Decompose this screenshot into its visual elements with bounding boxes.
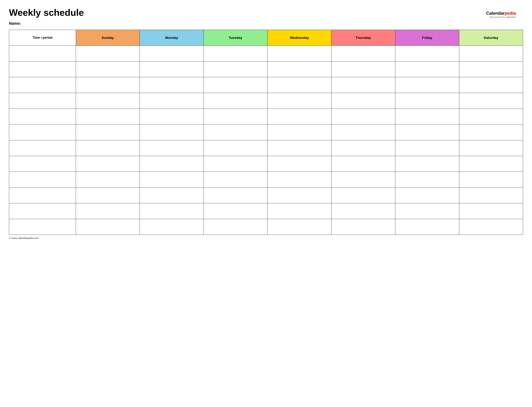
day-cell[interactable]: [395, 77, 459, 93]
day-cell[interactable]: [140, 77, 203, 93]
day-cell[interactable]: [203, 219, 267, 235]
time-cell[interactable]: [9, 125, 76, 140]
time-cell[interactable]: [9, 93, 76, 109]
day-cell[interactable]: [459, 219, 523, 235]
day-cell[interactable]: [331, 188, 395, 203]
day-cell[interactable]: [267, 46, 331, 62]
day-cell[interactable]: [331, 93, 395, 109]
day-cell[interactable]: [203, 172, 267, 188]
day-cell[interactable]: [267, 93, 331, 109]
day-cell[interactable]: [140, 140, 203, 156]
day-cell[interactable]: [331, 77, 395, 93]
day-cell[interactable]: [76, 203, 140, 219]
day-cell[interactable]: [203, 125, 267, 140]
day-cell[interactable]: [140, 156, 203, 172]
day-cell[interactable]: [395, 140, 459, 156]
day-cell[interactable]: [395, 46, 459, 62]
time-cell[interactable]: [9, 77, 76, 93]
day-cell[interactable]: [267, 156, 331, 172]
brand-logo: Calendarpedia Your source for calendars: [486, 11, 516, 18]
day-cell[interactable]: [331, 203, 395, 219]
day-cell[interactable]: [140, 203, 203, 219]
day-cell[interactable]: [76, 140, 140, 156]
day-cell[interactable]: [267, 140, 331, 156]
day-cell[interactable]: [76, 125, 140, 140]
day-cell[interactable]: [203, 77, 267, 93]
day-cell[interactable]: [395, 62, 459, 77]
day-cell[interactable]: [267, 188, 331, 203]
time-cell[interactable]: [9, 203, 76, 219]
day-cell[interactable]: [459, 62, 523, 77]
day-cell[interactable]: [140, 62, 203, 77]
day-cell[interactable]: [76, 172, 140, 188]
day-cell[interactable]: [76, 46, 140, 62]
day-cell[interactable]: [331, 109, 395, 125]
day-cell[interactable]: [76, 109, 140, 125]
day-cell[interactable]: [395, 156, 459, 172]
day-cell[interactable]: [140, 188, 203, 203]
day-cell[interactable]: [267, 62, 331, 77]
day-cell[interactable]: [331, 140, 395, 156]
day-cell[interactable]: [76, 62, 140, 77]
day-cell[interactable]: [395, 219, 459, 235]
day-cell[interactable]: [395, 188, 459, 203]
day-cell[interactable]: [459, 109, 523, 125]
day-cell[interactable]: [76, 156, 140, 172]
day-cell[interactable]: [76, 188, 140, 203]
day-cell[interactable]: [459, 93, 523, 109]
day-cell[interactable]: [203, 46, 267, 62]
day-cell[interactable]: [459, 125, 523, 140]
day-cell[interactable]: [459, 140, 523, 156]
day-cell[interactable]: [203, 156, 267, 172]
day-cell[interactable]: [459, 46, 523, 62]
day-cell[interactable]: [76, 77, 140, 93]
day-cell[interactable]: [331, 125, 395, 140]
time-cell[interactable]: [9, 62, 76, 77]
day-cell[interactable]: [203, 188, 267, 203]
day-cell[interactable]: [267, 172, 331, 188]
day-cell[interactable]: [140, 125, 203, 140]
day-cell[interactable]: [395, 109, 459, 125]
time-cell[interactable]: [9, 109, 76, 125]
day-cell[interactable]: [203, 62, 267, 77]
day-cell[interactable]: [76, 93, 140, 109]
day-cell[interactable]: [76, 219, 140, 235]
day-cell[interactable]: [395, 172, 459, 188]
day-cell[interactable]: [267, 203, 331, 219]
day-cell[interactable]: [267, 77, 331, 93]
day-cell[interactable]: [459, 188, 523, 203]
day-cell[interactable]: [203, 109, 267, 125]
day-cell[interactable]: [331, 62, 395, 77]
table-row: [9, 203, 523, 219]
time-cell[interactable]: [9, 46, 76, 62]
day-cell[interactable]: [331, 156, 395, 172]
time-cell[interactable]: [9, 140, 76, 156]
day-cell[interactable]: [140, 46, 203, 62]
day-cell[interactable]: [203, 140, 267, 156]
day-cell[interactable]: [267, 125, 331, 140]
day-cell[interactable]: [459, 156, 523, 172]
day-cell[interactable]: [203, 93, 267, 109]
time-cell[interactable]: [9, 156, 76, 172]
time-cell[interactable]: [9, 172, 76, 188]
day-cell[interactable]: [459, 77, 523, 93]
day-cell[interactable]: [459, 172, 523, 188]
time-cell[interactable]: [9, 188, 76, 203]
day-cell[interactable]: [140, 109, 203, 125]
day-cell[interactable]: [331, 219, 395, 235]
day-cell[interactable]: [395, 125, 459, 140]
day-cell[interactable]: [395, 93, 459, 109]
day-cell[interactable]: [331, 172, 395, 188]
time-cell[interactable]: [9, 219, 76, 235]
day-cell[interactable]: [140, 172, 203, 188]
day-cell[interactable]: [203, 203, 267, 219]
day-cell[interactable]: [459, 203, 523, 219]
day-cell[interactable]: [331, 46, 395, 62]
header-sunday: Sunday: [76, 30, 140, 46]
name-label: Name:: [9, 21, 523, 26]
day-cell[interactable]: [267, 109, 331, 125]
day-cell[interactable]: [140, 93, 203, 109]
day-cell[interactable]: [267, 219, 331, 235]
day-cell[interactable]: [395, 203, 459, 219]
day-cell[interactable]: [140, 219, 203, 235]
